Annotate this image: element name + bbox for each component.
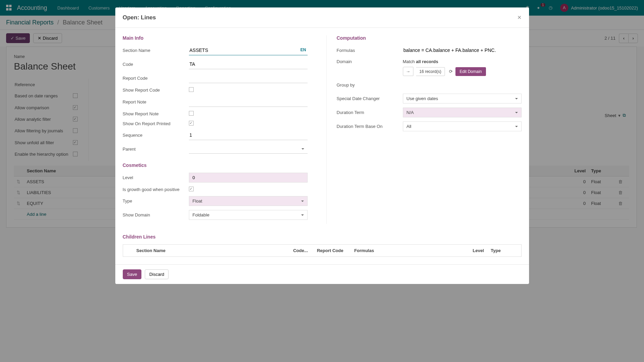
sequence-label: Sequence bbox=[123, 133, 189, 138]
code-label: Code bbox=[123, 62, 189, 67]
show-report-note-cb[interactable] bbox=[189, 111, 194, 116]
section-name-label: Section Name bbox=[123, 48, 189, 53]
report-note-label: Report Note bbox=[123, 99, 189, 104]
domain-match: Match bbox=[403, 59, 415, 64]
modal-body: Main Info Section Name EN Code Report Co bbox=[115, 28, 529, 234]
type-select[interactable]: Float bbox=[189, 196, 308, 206]
level-label: Level bbox=[123, 175, 189, 180]
report-note-input[interactable] bbox=[189, 97, 308, 107]
duration-term-select[interactable]: N/A bbox=[403, 108, 522, 117]
special-date-select[interactable]: Use given dates bbox=[403, 94, 522, 103]
show-on-printed-label: Show On Report Printed bbox=[123, 121, 189, 126]
sequence-input[interactable] bbox=[189, 130, 308, 140]
special-date-label: Special Date Changer bbox=[337, 96, 403, 101]
group-by-label: Group by bbox=[337, 82, 403, 88]
refresh-icon[interactable]: ⟳ bbox=[449, 69, 453, 74]
cosmetics-title: Cosmetics bbox=[123, 163, 308, 168]
domain-records[interactable]: 16 record(s) bbox=[416, 67, 445, 76]
code-input[interactable] bbox=[189, 59, 308, 69]
show-report-code-label: Show Report Code bbox=[123, 88, 189, 93]
main-info-title: Main Info bbox=[123, 35, 308, 41]
computation-title: Computation bbox=[337, 35, 522, 41]
modal-overlay: Open: Lines × Main Info Section Name EN bbox=[0, 0, 644, 234]
show-domain-select[interactable]: Foldable bbox=[189, 210, 308, 220]
level-input[interactable] bbox=[189, 173, 308, 183]
show-report-code-cb[interactable] bbox=[189, 87, 194, 92]
growth-cb[interactable] bbox=[189, 187, 194, 191]
duration-base-label: Duration Term Base On bbox=[337, 124, 403, 129]
report-code-input[interactable] bbox=[189, 73, 308, 83]
edit-domain-button[interactable]: Edit Domain bbox=[455, 67, 486, 76]
parent-select[interactable] bbox=[189, 144, 308, 154]
domain-label: Domain bbox=[337, 59, 403, 64]
duration-base-select[interactable]: All bbox=[403, 121, 522, 131]
modal-header: Open: Lines × bbox=[115, 7, 529, 28]
domain-arrow-icon[interactable]: → bbox=[403, 67, 413, 76]
modal-title: Open: Lines bbox=[123, 14, 518, 21]
formulas-input[interactable] bbox=[403, 45, 522, 55]
domain-all: all records bbox=[416, 59, 438, 64]
show-on-printed-cb[interactable] bbox=[189, 121, 194, 126]
duration-term-label: Duration Term bbox=[337, 110, 403, 115]
lang-tag[interactable]: EN bbox=[300, 47, 306, 52]
show-domain-label: Show Domain bbox=[123, 212, 189, 217]
report-code-label: Report Code bbox=[123, 76, 189, 81]
group-by-input[interactable] bbox=[403, 80, 522, 90]
formulas-label: Formulas bbox=[337, 48, 403, 53]
section-name-input[interactable] bbox=[189, 45, 308, 55]
modal-dialog: Open: Lines × Main Info Section Name EN bbox=[115, 7, 529, 234]
parent-label: Parent bbox=[123, 147, 189, 152]
type-label: Type bbox=[123, 198, 189, 204]
close-icon[interactable]: × bbox=[518, 14, 522, 21]
show-report-note-label: Show Report Note bbox=[123, 111, 189, 116]
growth-label: Is growth good when positive bbox=[123, 187, 189, 192]
